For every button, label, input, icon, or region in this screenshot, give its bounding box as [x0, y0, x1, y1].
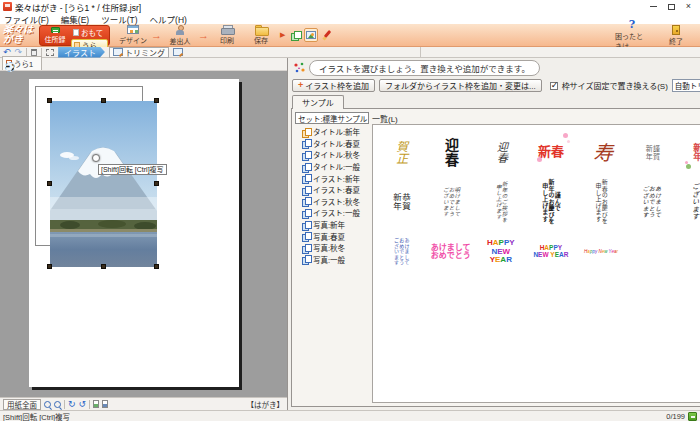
expand-arrow-icon[interactable]: ▶	[280, 31, 285, 39]
pages-icon	[302, 255, 311, 263]
thumbnail-greeting-formal-bold[interactable]: 謹んで新年のお慶びを申し上げます	[529, 178, 573, 226]
fit-page-button[interactable]: 用紙全面	[3, 399, 41, 410]
trimming-button[interactable]: トリミング	[109, 47, 169, 58]
design-button[interactable]: デザイン	[116, 24, 150, 46]
front-side-button[interactable]: おもて	[71, 27, 108, 38]
sample-list: 一覧(L) 賀正賀正迎春迎春新春寿謹賀新年謹賀新年恭賀新年明けましておめでとうご…	[372, 112, 700, 403]
tree-item[interactable]: イラスト:一般	[302, 207, 369, 219]
address-book-button[interactable]: 住所録	[41, 27, 69, 44]
pen-edit-button[interactable]	[320, 28, 334, 42]
thumbnail-akemashite-blue[interactable]: あけましておめでとうございます	[379, 228, 423, 276]
thumbnail-greeting-script-2[interactable]: 新年のご挨拶を申し上げます	[479, 178, 523, 226]
tree-item-label: 写真:一般	[313, 254, 345, 265]
sample-area: サンプル セット:標準サンプル タイトル:新年タイトル:春夏タイトル:秋冬タイト…	[288, 94, 700, 410]
folder-icon	[255, 25, 267, 34]
tree-item[interactable]: 写真:一般	[302, 254, 369, 266]
close-icon[interactable]: ×	[686, 2, 691, 11]
resize-handle[interactable]	[47, 98, 52, 103]
thumbnail-greeting-shinshun[interactable]: 新春のお慶びを申し上げます	[579, 178, 623, 226]
resize-handle[interactable]	[154, 264, 159, 269]
menu-edit[interactable]: 編集(E)	[61, 13, 89, 25]
page-icon	[73, 29, 79, 36]
exit-button[interactable]: 終了	[659, 24, 693, 46]
rotate-left-icon[interactable]: ↺	[79, 400, 87, 409]
thumbnail-kotobuki[interactable]: 寿	[579, 128, 623, 176]
tree-item[interactable]: イラスト:秋冬	[302, 196, 369, 208]
question-icon: ?	[629, 19, 635, 30]
tree-item[interactable]: イラスト:新年	[302, 172, 369, 184]
zoom-in-icon[interactable]	[44, 401, 51, 408]
thumbnail-akemashite-brush[interactable]: あけましておめでとうございます	[679, 178, 700, 226]
thumbnail-shinshun-red[interactable]: 新春	[529, 128, 573, 176]
menu-help[interactable]: ヘルプ(H)	[150, 13, 187, 25]
resize-handle[interactable]	[154, 181, 159, 186]
thumbnail-text: あけましておめでとうございます	[642, 186, 661, 219]
thumbnail-greeting-script-3[interactable]: あけましておめでとうございます	[629, 178, 673, 226]
thumbnail-happy-new-year-2line[interactable]: HAPPYNEW YEAR	[529, 228, 573, 276]
illustration-breadcrumb-tab[interactable]: イラスト	[58, 47, 105, 58]
minimize-icon[interactable]	[650, 6, 657, 7]
resize-handle[interactable]	[154, 98, 159, 103]
list-body: 賀正賀正迎春迎春新春寿謹賀新年謹賀新年恭賀新年明けましておめでとうございます新年…	[372, 124, 700, 403]
thumbnail-gashou-gold[interactable]: 賀正	[379, 128, 423, 176]
canvas-workspace[interactable]: [Shift]回転 [Ctrl]複写	[0, 71, 287, 397]
menu-bar: ファイル(F) 編集(E) ツール(T) ヘルプ(H)	[0, 13, 700, 24]
thumbnail-geishun-script[interactable]: 迎春	[479, 128, 523, 176]
thumbnail-kinga-shinnen-thin[interactable]: 謹賀新年	[629, 128, 673, 176]
pages-icon	[302, 163, 311, 171]
illustration-mode-button[interactable]	[304, 28, 318, 42]
menu-tools[interactable]: ツール(T)	[101, 13, 137, 25]
save-button[interactable]: 保存	[244, 24, 278, 46]
tree-item[interactable]: 写真:新年	[302, 219, 369, 231]
tree-item[interactable]: タイトル:新年	[302, 126, 369, 138]
thumbnail-happy-new-year-script[interactable]: Happy New Year	[579, 228, 623, 276]
rotate-right-icon[interactable]: ↻	[68, 400, 76, 409]
print-button[interactable]: 印刷	[210, 24, 244, 46]
select-frame-icon[interactable]	[46, 49, 54, 56]
help-button[interactable]: ? 困ったときは	[615, 24, 649, 46]
canvas-bottom-toolbar: 用紙全面 ↻ ↺ 【はがき】	[0, 397, 287, 410]
thumbnail-greeting-script-1[interactable]: 明けましておめでとうございます	[429, 178, 473, 226]
tree-item[interactable]: タイトル:春夏	[302, 138, 369, 150]
tree-item[interactable]: 写真:秋冬	[302, 242, 369, 254]
thumbnail-text: 新春のお慶びを申し上げます	[595, 179, 608, 225]
maximize-icon[interactable]	[668, 4, 675, 10]
thumbnail-akemashite-pink[interactable]: あけましておめでとう	[429, 228, 473, 276]
sample-tree-items: タイトル:新年タイトル:春夏タイトル:秋冬タイトル:一般イラスト:新年イラスト:…	[295, 126, 369, 265]
tree-item[interactable]: 写真:春夏	[302, 230, 369, 242]
menu-file[interactable]: ファイル(F)	[4, 13, 49, 25]
separator	[89, 400, 90, 409]
tree-item[interactable]: イラスト:春夏	[302, 184, 369, 196]
list-label: 一覧(L)	[372, 113, 398, 124]
person-icon	[175, 25, 185, 35]
add-illustration-frame-button[interactable]: + イラスト枠を追加	[292, 79, 375, 92]
tree-item[interactable]: タイトル:秋冬	[302, 149, 369, 161]
thumbnail-text: あけましておめでとうございます	[690, 183, 700, 221]
status-green-icon[interactable]	[688, 412, 697, 421]
thumbnail-geishun-bold[interactable]: 迎春	[429, 128, 473, 176]
duplicate-pages-button[interactable]	[288, 28, 302, 42]
page-copy-icon[interactable]	[102, 400, 108, 408]
thumbnail-happy-new-year-pop[interactable]: HAPPYNEWYEAR	[479, 228, 523, 276]
tab-sample[interactable]: サンプル	[292, 95, 344, 109]
trimming-mode-select[interactable]: 自動トリミング	[672, 79, 700, 92]
resize-handle[interactable]	[47, 181, 52, 186]
resize-handle[interactable]	[101, 98, 106, 103]
move-handle[interactable]	[92, 154, 100, 162]
trash-icon[interactable]	[31, 49, 37, 56]
thumbnail-text: あけましておめでとう	[431, 244, 471, 261]
page-add-icon[interactable]	[93, 400, 99, 408]
sparkle-icon	[292, 61, 306, 75]
sender-button[interactable]: 差出人	[163, 24, 197, 46]
tree-item[interactable]: タイトル:一般	[302, 161, 369, 173]
thumbnail-kinga-shinnen-stamp[interactable]: 謹賀新年	[679, 128, 700, 176]
tree-root[interactable]: セット:標準サンプル	[295, 112, 369, 124]
fixed-size-checkbox[interactable]	[550, 82, 558, 90]
image-edit-icon[interactable]	[173, 48, 183, 56]
resize-handle[interactable]	[47, 264, 52, 269]
resize-handle[interactable]	[101, 264, 106, 269]
add-from-folder-button[interactable]: フォルダからイラスト枠を追加・変更は...	[379, 79, 542, 92]
photo-object[interactable]	[50, 101, 157, 267]
zoom-out-icon[interactable]	[54, 401, 61, 408]
thumbnail-kyouga-shinnen[interactable]: 恭賀新年	[379, 178, 423, 226]
